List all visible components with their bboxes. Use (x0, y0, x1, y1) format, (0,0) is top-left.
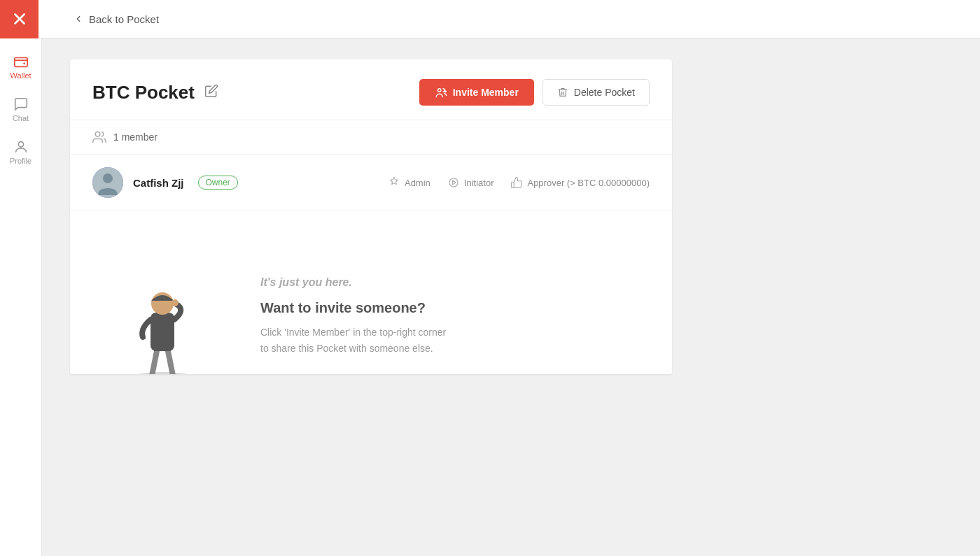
svg-point-6 (103, 173, 113, 183)
sidebar: Wallet Chat Profile (0, 38, 42, 556)
member-count-text: 1 member (113, 131, 158, 143)
empty-svg (92, 239, 232, 374)
header-actions: Invite Member Delete Pocket (419, 79, 650, 106)
svg-rect-14 (150, 313, 174, 351)
empty-illustration (92, 239, 232, 374)
svg-line-10 (152, 348, 158, 374)
empty-description: Click 'Invite Member' in the top-right c… (260, 325, 456, 356)
card-scroll[interactable]: BTC Pocket (70, 59, 672, 374)
top-bar: Back to Pocket (0, 0, 980, 38)
invite-button-label: Invite Member (453, 87, 519, 98)
admin-icon (388, 176, 400, 189)
delete-pocket-button[interactable]: Delete Pocket (542, 79, 650, 106)
role-admin: Admin (388, 176, 430, 189)
avatar (92, 167, 123, 198)
initiator-icon (447, 176, 460, 189)
role-initiator: Initiator (447, 176, 494, 189)
role-approver: Approver (> BTC 0.00000000) (510, 176, 650, 189)
svg-point-3 (438, 89, 441, 92)
member-roles: Admin Initiator Appr (388, 176, 650, 189)
pocket-title: BTC Pocket (92, 82, 195, 104)
back-label: Back to Pocket (89, 13, 159, 25)
approver-icon (510, 176, 523, 189)
avatar-image (92, 167, 123, 198)
svg-point-2 (18, 142, 23, 147)
sidebar-item-wallet[interactable]: Wallet (0, 45, 41, 88)
empty-heading: Want to invite someone? (260, 300, 456, 316)
svg-point-9 (120, 372, 204, 374)
empty-state: It's just you here. Want to invite someo… (70, 211, 672, 374)
sidebar-item-profile[interactable]: Profile (0, 131, 41, 173)
profile-label: Profile (10, 157, 31, 165)
invite-member-button[interactable]: Invite Member (419, 79, 534, 106)
member-row: Catfish Zjj Owner Admin Initi (70, 155, 672, 211)
svg-point-8 (449, 178, 458, 187)
profile-icon (13, 139, 29, 155)
svg-point-4 (95, 132, 100, 137)
pocket-title-area: BTC Pocket (92, 82, 218, 104)
sidebar-item-chat[interactable]: Chat (0, 88, 41, 131)
chat-label: Chat (13, 114, 29, 122)
pocket-card: BTC Pocket (70, 59, 672, 374)
empty-tagline: It's just you here. (260, 276, 456, 289)
back-arrow-icon (74, 14, 83, 24)
owner-badge: Owner (198, 176, 238, 190)
svg-rect-0 (14, 58, 27, 67)
admin-label: Admin (405, 178, 430, 188)
wallet-label: Wallet (10, 71, 31, 80)
svg-point-16 (172, 299, 178, 306)
back-to-pocket-link[interactable]: Back to Pocket (74, 13, 159, 25)
svg-point-1 (23, 62, 25, 64)
initiator-label: Initiator (464, 178, 494, 188)
trash-icon (557, 87, 568, 98)
empty-text: It's just you here. Want to invite someo… (260, 276, 456, 356)
app-icon[interactable] (0, 0, 38, 38)
delete-button-label: Delete Pocket (574, 87, 635, 98)
card-header: BTC Pocket (70, 59, 672, 120)
edit-pocket-button[interactable] (204, 84, 218, 101)
main-content: BTC Pocket (42, 38, 980, 556)
chat-icon (13, 97, 29, 112)
svg-line-11 (167, 348, 173, 374)
approver-label: Approver (> BTC 0.00000000) (527, 178, 650, 188)
member-count-row: 1 member (70, 120, 672, 155)
members-icon (92, 130, 106, 144)
wallet-icon (13, 54, 29, 69)
member-name: Catfish Zjj (133, 177, 184, 189)
invite-icon (435, 86, 447, 99)
